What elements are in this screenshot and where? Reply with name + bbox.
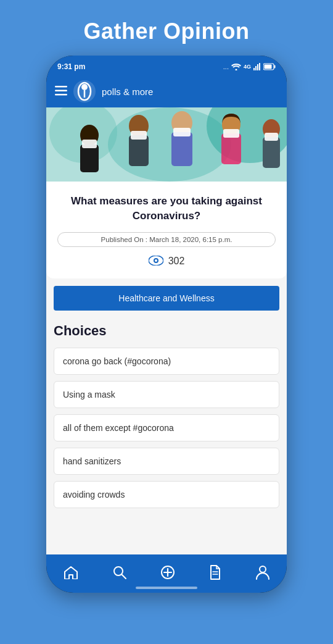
svg-rect-7 [265, 65, 272, 69]
svg-rect-10 [55, 94, 67, 96]
svg-rect-26 [171, 132, 192, 166]
battery-icon [263, 63, 276, 70]
choice-text: avoiding crowds [63, 490, 125, 500]
choice-item[interactable]: Using a mask [54, 381, 279, 408]
search-icon [113, 566, 126, 579]
signal-icon [253, 63, 261, 70]
svg-point-0 [235, 69, 237, 71]
svg-rect-24 [131, 131, 147, 140]
app-name: polls & more [102, 86, 153, 97]
home-icon [64, 566, 78, 579]
svg-rect-21 [82, 140, 97, 148]
svg-rect-33 [265, 133, 278, 141]
content-area: What measures are you taking against Cor… [46, 182, 287, 554]
status-dots: ... [223, 63, 229, 70]
svg-rect-27 [173, 128, 191, 136]
choice-text: Using a mask [63, 390, 115, 399]
views-count: 302 [168, 256, 185, 267]
poll-views: 302 [57, 254, 276, 269]
status-icons: ... 4G [223, 63, 276, 70]
poll-card: What measures are you taking against Cor… [46, 182, 287, 278]
network-icon: 4G [244, 64, 251, 70]
phone-frame: 9:31 pm ... 4G [46, 56, 287, 593]
poll-question: What measures are you taking against Cor… [57, 194, 276, 224]
add-icon [161, 566, 175, 579]
svg-point-36 [155, 259, 157, 262]
svg-rect-8 [55, 86, 67, 88]
choice-text: all of them except #gocorona [63, 423, 174, 433]
nav-document[interactable] [209, 565, 221, 580]
status-time: 9:31 pm [57, 62, 85, 71]
nav-add[interactable] [161, 566, 175, 579]
home-indicator [136, 587, 197, 589]
banner-illustration [46, 107, 287, 182]
svg-line-38 [122, 575, 126, 579]
banner [46, 107, 287, 182]
nav-profile[interactable] [256, 565, 269, 580]
app-bar: polls & more [46, 75, 287, 107]
svg-rect-1 [253, 68, 255, 70]
svg-rect-30 [223, 129, 239, 138]
choice-item[interactable]: all of them except #gocorona [54, 414, 279, 441]
choice-text: hand sanitizers [63, 456, 121, 466]
category-badge[interactable]: Healthcare and Wellness [54, 286, 279, 311]
wifi-icon [231, 63, 241, 70]
hamburger-icon[interactable] [55, 85, 67, 99]
svg-rect-29 [221, 133, 241, 164]
choices-title: Choices [54, 323, 279, 339]
choice-item[interactable]: avoiding crowds [54, 481, 279, 508]
app-logo [73, 80, 96, 102]
status-bar: 9:31 pm ... 4G [46, 56, 287, 75]
svg-rect-3 [257, 64, 258, 70]
svg-rect-2 [255, 66, 257, 70]
svg-rect-23 [129, 135, 149, 166]
choices-section: Choices corona go back (#gocorona) Using… [46, 311, 287, 522]
profile-icon [256, 565, 269, 580]
nav-search[interactable] [113, 566, 126, 579]
svg-rect-20 [80, 144, 99, 172]
svg-rect-4 [259, 63, 260, 70]
svg-point-13 [81, 84, 88, 90]
page-title: Gather Opinion [83, 19, 249, 44]
document-icon [209, 565, 221, 580]
views-eye-icon [149, 254, 163, 269]
poll-published-date: Published On : March 18, 2020, 6:15 p.m. [57, 232, 276, 247]
nav-home[interactable] [64, 566, 78, 579]
svg-rect-9 [55, 90, 67, 91]
choice-item[interactable]: hand sanitizers [54, 448, 279, 475]
svg-rect-32 [263, 137, 280, 168]
choice-text: corona go back (#gocorona) [63, 356, 171, 366]
svg-point-44 [260, 566, 266, 572]
choice-item[interactable]: corona go back (#gocorona) [54, 348, 279, 375]
svg-rect-6 [274, 65, 276, 69]
